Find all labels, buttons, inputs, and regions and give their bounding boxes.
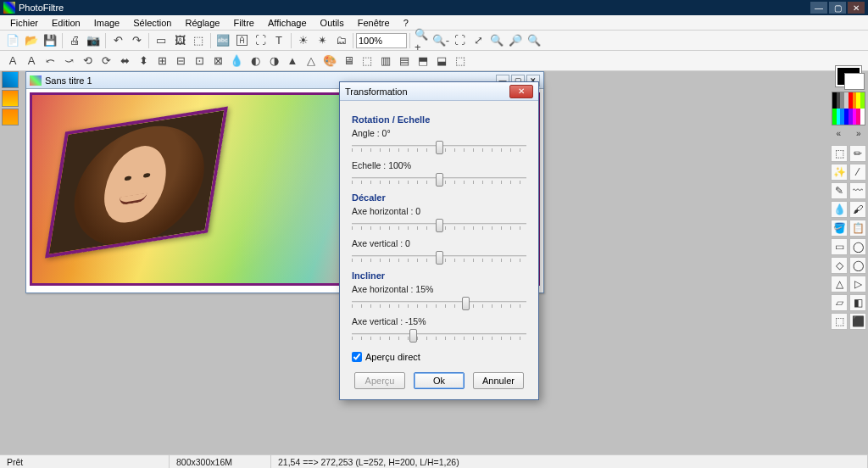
tb1-btn-26[interactable]: 🔍- xyxy=(432,32,449,49)
tb1-btn-25[interactable]: 🔍+ xyxy=(414,32,431,49)
palette-arrows[interactable]: «» xyxy=(836,129,860,138)
rtool-1[interactable]: ✏ xyxy=(849,145,866,162)
rtool-15[interactable]: ▷ xyxy=(849,276,866,292)
rtool-17[interactable]: ◧ xyxy=(849,294,866,311)
inc-v-slider[interactable] xyxy=(352,328,526,343)
tb2-btn-10[interactable]: ⊡ xyxy=(191,53,208,70)
tb2-btn-15[interactable]: ▲ xyxy=(284,53,301,70)
rtool-16[interactable]: ▱ xyxy=(831,294,848,311)
dec-h-slider[interactable] xyxy=(352,218,526,233)
tb1-btn-11[interactable]: 🖼 xyxy=(171,32,188,49)
apercu-direct-input[interactable] xyxy=(352,352,362,362)
tb1-btn-8[interactable]: ↷ xyxy=(128,32,145,49)
tb1-btn-17[interactable]: T xyxy=(270,32,287,49)
menu-image[interactable]: Image xyxy=(87,16,127,30)
tb2-btn-16[interactable]: △ xyxy=(303,53,320,70)
tb1-btn-29[interactable]: 🔍 xyxy=(488,32,505,49)
inc-h-slider[interactable] xyxy=(352,296,526,311)
annuler-button[interactable]: Annuler xyxy=(473,372,524,389)
rtool-8[interactable]: 🪣 xyxy=(831,220,848,237)
tb2-btn-18[interactable]: 🖥 xyxy=(340,53,357,70)
tb2-btn-5[interactable]: ⟳ xyxy=(97,53,114,70)
tb1-btn-12[interactable]: ⬚ xyxy=(190,32,207,49)
tb2-btn-20[interactable]: ▥ xyxy=(377,53,394,70)
rtool-4[interactable]: ✎ xyxy=(831,182,848,199)
tb2-btn-9[interactable]: ⊟ xyxy=(172,53,189,70)
echelle-slider[interactable] xyxy=(352,172,526,187)
color-palette[interactable] xyxy=(832,92,865,125)
tb2-btn-1[interactable]: A xyxy=(23,53,40,70)
tb1-btn-27[interactable]: ⛶ xyxy=(451,32,468,49)
apercu-direct-checkbox[interactable]: Aperçu direct xyxy=(352,352,526,362)
dialog-close-button[interactable]: ✕ xyxy=(509,85,533,98)
tb1-btn-7[interactable]: ↶ xyxy=(109,32,126,49)
close-button[interactable]: ✕ xyxy=(848,2,865,14)
tb2-btn-4[interactable]: ⟲ xyxy=(79,53,96,70)
menu-fenêtre[interactable]: Fenêtre xyxy=(351,16,397,30)
tb1-btn-5[interactable]: 📷 xyxy=(85,32,102,49)
minimize-button[interactable]: — xyxy=(810,2,827,14)
rtool-11[interactable]: ◯ xyxy=(849,238,866,255)
left-swatch-1[interactable] xyxy=(2,90,19,107)
menu-?[interactable]: ? xyxy=(397,16,415,30)
tb2-btn-8[interactable]: ⊞ xyxy=(153,53,170,70)
tb2-btn-17[interactable]: 🎨 xyxy=(321,53,338,70)
tb1-btn-10[interactable]: ▭ xyxy=(153,32,170,49)
dec-v-slider[interactable] xyxy=(352,250,526,265)
rtool-19[interactable]: ⬛ xyxy=(849,313,866,330)
menu-réglage[interactable]: Réglage xyxy=(179,16,227,30)
rtool-3[interactable]: ⁄ xyxy=(849,164,866,181)
tb2-btn-14[interactable]: ◑ xyxy=(265,53,282,70)
tb2-btn-11[interactable]: ⊠ xyxy=(209,53,226,70)
menu-sélection[interactable]: Sélection xyxy=(126,16,178,30)
tb2-btn-3[interactable]: ⤻ xyxy=(60,53,77,70)
tb1-btn-31[interactable]: 🔍 xyxy=(526,32,542,49)
menu-filtre[interactable]: Filtre xyxy=(226,16,260,30)
tb2-btn-6[interactable]: ⬌ xyxy=(116,53,133,70)
apercu-button[interactable]: Aperçu xyxy=(354,372,405,389)
rtool-7[interactable]: 🖌 xyxy=(849,201,866,218)
tb2-btn-7[interactable]: ⬍ xyxy=(135,53,152,70)
tb1-btn-2[interactable]: 💾 xyxy=(42,32,58,49)
dialog-titlebar[interactable]: Transformation ✕ xyxy=(340,82,538,101)
rtool-18[interactable]: ⬚ xyxy=(831,313,848,330)
tb1-btn-15[interactable]: 🄰 xyxy=(233,32,250,49)
tb2-btn-24[interactable]: ⬚ xyxy=(452,53,469,70)
tb2-btn-21[interactable]: ▤ xyxy=(396,53,413,70)
tb1-btn-0[interactable]: 📄 xyxy=(4,32,21,49)
rtool-9[interactable]: 📋 xyxy=(849,220,866,237)
tb2-btn-2[interactable]: ⤺ xyxy=(42,53,58,70)
menu-outils[interactable]: Outils xyxy=(314,16,351,30)
fg-bg-color-swatch[interactable] xyxy=(836,66,861,86)
menu-affichage[interactable]: Affichage xyxy=(261,16,314,30)
tb2-btn-12[interactable]: 💧 xyxy=(228,53,245,70)
rtool-12[interactable]: ◇ xyxy=(831,257,848,274)
menu-fichier[interactable]: Fichier xyxy=(3,16,45,30)
tb1-btn-21[interactable]: 🗂 xyxy=(332,32,349,49)
tb2-btn-23[interactable]: ⬓ xyxy=(433,53,450,70)
tb1-btn-20[interactable]: ✴ xyxy=(314,32,331,49)
tb1-btn-30[interactable]: 🔎 xyxy=(507,32,524,49)
tb2-btn-13[interactable]: ◐ xyxy=(247,53,264,70)
left-swatch-2[interactable] xyxy=(2,109,19,125)
maximize-button[interactable]: ▢ xyxy=(829,2,846,14)
menu-edition[interactable]: Edition xyxy=(45,16,87,30)
rtool-14[interactable]: △ xyxy=(831,276,848,292)
tb1-btn-4[interactable]: 🖨 xyxy=(66,32,83,49)
inset-photo-frame[interactable] xyxy=(45,107,228,259)
tb1-btn-1[interactable]: 📂 xyxy=(23,32,40,49)
tb1-btn-19[interactable]: ☀ xyxy=(295,32,312,49)
tb2-btn-22[interactable]: ⬒ xyxy=(415,53,431,70)
rtool-10[interactable]: ▭ xyxy=(831,238,848,255)
rtool-13[interactable]: ◯ xyxy=(849,257,866,274)
tb1-btn-14[interactable]: 🔤 xyxy=(214,32,231,49)
tb1-btn-16[interactable]: ⛶ xyxy=(252,32,269,49)
rtool-0[interactable]: ⬚ xyxy=(831,145,848,162)
ok-button[interactable]: Ok xyxy=(414,372,465,389)
rtool-5[interactable]: 〰 xyxy=(849,182,866,199)
tb2-btn-0[interactable]: A xyxy=(4,53,21,70)
zoom-combo[interactable] xyxy=(356,33,407,48)
rtool-2[interactable]: ✨ xyxy=(831,164,848,181)
angle-slider[interactable] xyxy=(352,140,526,155)
left-swatch-0[interactable] xyxy=(2,71,19,88)
